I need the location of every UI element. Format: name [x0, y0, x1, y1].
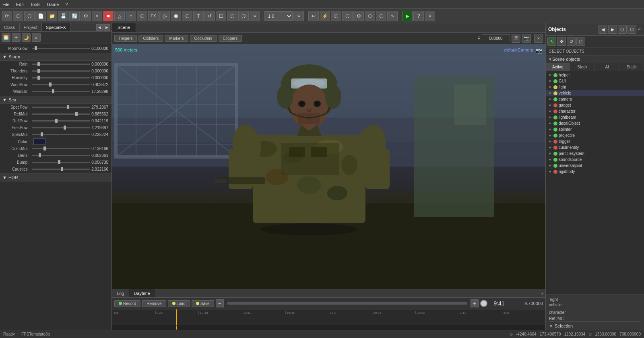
- toolbar-icon-21[interactable]: »: [250, 11, 260, 21]
- color-swatch[interactable]: [33, 138, 45, 145]
- rp-arrow-right[interactable]: ▶: [608, 25, 617, 34]
- toolbar-cube[interactable]: ■: [103, 11, 114, 21]
- icon-btn-3[interactable]: 🌙: [22, 33, 31, 42]
- toolbar-icon-23[interactable]: ⚡: [320, 11, 330, 21]
- tree-rigidbody[interactable]: ▼ rigidbody: [546, 169, 644, 175]
- bump-slider[interactable]: [32, 162, 90, 163]
- tab-project[interactable]: Project: [20, 23, 42, 31]
- tree-universaljoint[interactable]: ▼ universaljoint: [546, 163, 644, 169]
- winddir-slider[interactable]: [32, 91, 90, 92]
- specpow-slider[interactable]: [32, 107, 90, 108]
- toolbar-icon-7[interactable]: 🔄: [69, 11, 80, 21]
- tree-gadget[interactable]: ▼ gadget: [546, 102, 644, 108]
- left-arrow-prev[interactable]: ◀: [96, 24, 103, 31]
- timeline-scrubber[interactable]: [112, 325, 545, 330]
- tl-plus[interactable]: +: [471, 299, 479, 307]
- toolbar-icon-28[interactable]: ⬡: [376, 11, 386, 21]
- toolbar-icon-13[interactable]: ◎: [159, 11, 170, 21]
- icon-btn-more[interactable]: »: [32, 33, 41, 42]
- toolbar-icon-4[interactable]: 📄: [35, 11, 46, 21]
- tab-class[interactable]: Class: [0, 23, 20, 31]
- toolbar-icon-19[interactable]: ⬡: [227, 11, 237, 21]
- storm-section[interactable]: ▼ Storm: [0, 53, 111, 61]
- tl-tab-log[interactable]: Log: [112, 289, 129, 297]
- remove-button[interactable]: Remove: [142, 300, 166, 307]
- colormul-slider[interactable]: [32, 148, 90, 149]
- filter-helpers[interactable]: Helpers: [114, 35, 137, 42]
- tree-particlesystem[interactable]: ▼ particlesystem: [546, 150, 644, 157]
- timeline-ruler[interactable]: -6:5 8:22 10:48 13:12 15:36 18:0 20:24 2…: [112, 309, 545, 325]
- toolbar-icon-10[interactable]: △: [114, 11, 125, 21]
- dens-slider[interactable]: [32, 155, 90, 156]
- tree-splinter[interactable]: ▼ splinter: [546, 126, 644, 132]
- viewport[interactable]: 500 meters defaultCamera 📷: [112, 44, 545, 289]
- tree-character[interactable]: ▼ character: [546, 108, 644, 114]
- toolbar-icon-26[interactable]: ⚙: [353, 11, 364, 21]
- toolbar-icon-1[interactable]: ⟳: [2, 11, 12, 21]
- toolbar-icon-5[interactable]: 📁: [47, 11, 57, 21]
- toolbar-undo[interactable]: ↩: [308, 11, 319, 21]
- toolbar-icon-11[interactable]: ○: [126, 11, 136, 21]
- moonglow-slider[interactable]: [32, 48, 90, 49]
- toolbar-icon-25[interactable]: ⬡: [342, 11, 353, 21]
- record-button[interactable]: Record: [114, 300, 140, 307]
- rp-icon-4[interactable]: ⬡: [576, 37, 585, 46]
- toolbar-help[interactable]: ?: [413, 11, 424, 21]
- toolbar-fx[interactable]: FX: [148, 11, 159, 21]
- reflmul-slider[interactable]: [32, 113, 90, 115]
- toolbar-icon-8[interactable]: ⚙: [80, 11, 91, 21]
- tree-light[interactable]: ▼ light: [546, 84, 644, 90]
- filter-clippers[interactable]: Clippers: [219, 35, 242, 42]
- toolbar-icon-22[interactable]: »: [293, 11, 304, 21]
- caustics-slider[interactable]: [32, 169, 90, 170]
- rp-icon-1[interactable]: ⬡: [618, 25, 627, 34]
- icon-btn-2[interactable]: ☀: [12, 33, 21, 42]
- toolbar-icon-6[interactable]: 💾: [58, 11, 68, 21]
- menu-tools[interactable]: Tools: [30, 2, 41, 7]
- toolbar-icon-20[interactable]: ⬡: [238, 11, 249, 21]
- toolbar-zoom-select[interactable]: 1.0: [264, 11, 293, 21]
- toolbar-icon-3[interactable]: ⬡: [24, 11, 35, 21]
- tab-static[interactable]: Static: [620, 63, 644, 71]
- timeline-close[interactable]: ×: [540, 290, 545, 297]
- reflpow-slider[interactable]: [32, 120, 90, 122]
- toolbar-icon-18[interactable]: ☐: [216, 11, 226, 21]
- rp-refresh-icon[interactable]: ↺: [567, 37, 576, 46]
- tl-zoom-slider[interactable]: [227, 302, 467, 305]
- toolbar-play[interactable]: ▶: [402, 11, 413, 21]
- scene-close[interactable]: ×: [534, 34, 543, 43]
- icon-btn-1[interactable]: 🌅: [2, 33, 10, 42]
- tree-helper[interactable]: ▼ helper: [546, 72, 644, 78]
- save-button[interactable]: Save: [192, 300, 214, 307]
- menu-edit[interactable]: Edit: [16, 2, 24, 7]
- sea-section[interactable]: ▼ Sea: [0, 96, 111, 104]
- tl-minus[interactable]: −: [216, 299, 224, 307]
- thunders-slider[interactable]: [32, 70, 90, 72]
- tree-camera[interactable]: ▼ camera: [546, 96, 644, 102]
- toolbar-icon-24[interactable]: ⬡: [331, 11, 341, 21]
- toolbar-icon-27[interactable]: ⬡: [365, 11, 375, 21]
- tree-custmentity[interactable]: ▼ custmentity: [546, 144, 644, 150]
- rain-slider[interactable]: [32, 64, 90, 65]
- toolbar-icon-12[interactable]: ⬡: [137, 11, 147, 21]
- left-arrow-next[interactable]: ▶: [103, 24, 110, 31]
- tab-specialfx[interactable]: SpecialFX: [42, 23, 70, 31]
- tree-lightbeam[interactable]: ▼ lightbeam: [546, 114, 644, 120]
- specmul-slider[interactable]: [32, 134, 90, 135]
- frame-input[interactable]: [482, 34, 510, 42]
- filter-colliders[interactable]: Colliders: [138, 35, 163, 42]
- toolbar-icon-30[interactable]: »: [425, 11, 435, 21]
- menu-file[interactable]: File: [2, 2, 10, 7]
- tab-ai[interactable]: AI: [595, 63, 619, 71]
- tree-gui[interactable]: ▼ GUI: [546, 78, 644, 84]
- toolbar-icon-14[interactable]: ⬣: [171, 11, 181, 21]
- frespow-slider[interactable]: [32, 127, 90, 128]
- tl-tab-daytime[interactable]: Daytime: [129, 289, 155, 297]
- rp-icon-2[interactable]: ⬡: [627, 25, 636, 34]
- tree-trigger[interactable]: ▼ trigger: [546, 138, 644, 144]
- toolbar-icon-29[interactable]: »: [387, 11, 398, 21]
- windpow-slider[interactable]: [32, 84, 90, 85]
- frame-icon-2[interactable]: 📷: [522, 34, 531, 43]
- menu-game[interactable]: Game: [47, 2, 59, 7]
- filter-occluders[interactable]: Occluders: [190, 35, 217, 42]
